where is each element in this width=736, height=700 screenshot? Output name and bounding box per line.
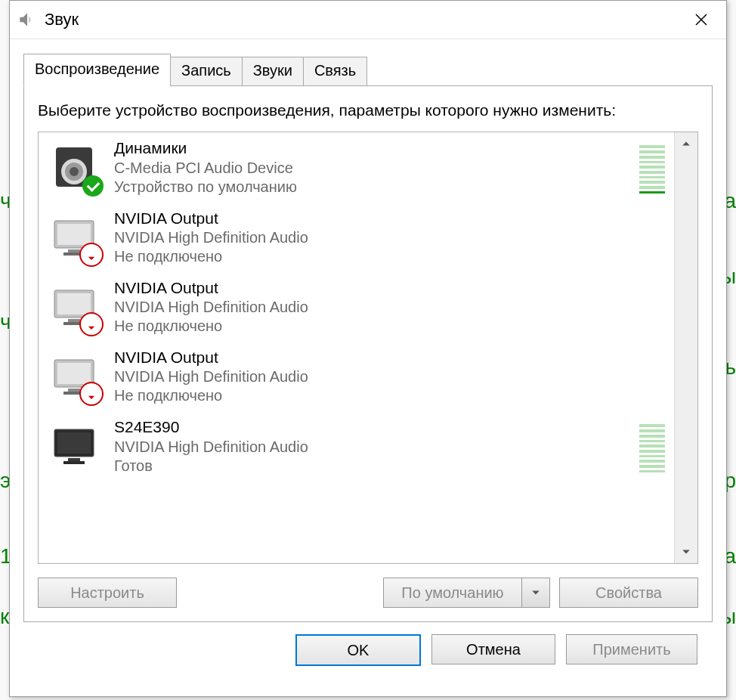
default-badge-icon <box>82 175 104 197</box>
set-default-split-button[interactable]: По умолчанию <box>383 578 550 608</box>
device-desc: NVIDIA High Definition Audio <box>114 228 308 247</box>
scroll-up-button[interactable] <box>675 132 697 155</box>
device-row[interactable]: NVIDIA OutputNVIDIA High Definition Audi… <box>39 203 674 272</box>
app-icon <box>16 9 37 30</box>
titlebar: Звук <box>10 1 726 39</box>
device-name: Динамики <box>114 138 297 158</box>
tab-communications[interactable]: Связь <box>303 57 367 86</box>
svg-rect-9 <box>68 249 80 252</box>
device-row[interactable]: ДинамикиC-Media PCI Audio DeviceУстройст… <box>39 132 674 202</box>
tab-sounds[interactable]: Звуки <box>242 57 304 86</box>
sound-dialog: Звук Воспроизведение Запись Звуки Связь … <box>9 0 727 697</box>
device-name: S24E390 <box>114 417 308 437</box>
scroll-down-button[interactable] <box>675 540 697 563</box>
device-icon <box>48 141 101 194</box>
set-default-dropdown[interactable] <box>521 578 550 608</box>
device-icon <box>48 420 101 472</box>
device-icon <box>48 350 101 403</box>
volume-meter <box>639 141 665 194</box>
device-name: NVIDIA Output <box>114 278 308 298</box>
device-desc: C-Media PCI Audio Device <box>114 159 297 178</box>
disconnected-badge-icon <box>79 243 104 267</box>
device-row[interactable]: NVIDIA OutputNVIDIA High Definition Audi… <box>39 272 674 342</box>
set-default-button[interactable]: По умолчанию <box>383 578 521 608</box>
device-text: NVIDIA OutputNVIDIA High Definition Audi… <box>114 348 308 405</box>
scrollbar[interactable] <box>674 132 697 563</box>
svg-rect-12 <box>57 293 91 314</box>
svg-rect-16 <box>57 363 91 384</box>
properties-button[interactable]: Свойства <box>559 578 698 608</box>
device-desc: NVIDIA High Definition Audio <box>114 298 308 317</box>
svg-rect-13 <box>68 319 80 322</box>
apply-button[interactable]: Применить <box>566 634 697 664</box>
tab-recording[interactable]: Запись <box>170 57 243 86</box>
device-list[interactable]: ДинамикиC-Media PCI Audio DeviceУстройст… <box>38 132 698 564</box>
tab-playback[interactable]: Воспроизведение <box>23 54 171 86</box>
device-name: NVIDIA Output <box>114 348 308 367</box>
device-desc: NVIDIA High Definition Audio <box>114 438 308 457</box>
device-icon <box>48 280 101 333</box>
cancel-button[interactable]: Отмена <box>431 634 555 664</box>
window-title: Звук <box>45 10 79 29</box>
device-status: Не подключено <box>114 386 308 405</box>
device-text: ДинамикиC-Media PCI Audio DeviceУстройст… <box>114 138 297 196</box>
device-icon <box>48 211 101 264</box>
instruction-text: Выберите устройство воспроизведения, пар… <box>38 100 698 121</box>
device-row[interactable]: NVIDIA OutputNVIDIA High Definition Audi… <box>39 342 674 411</box>
tab-panel-playback: Выберите устройство воспроизведения, пар… <box>23 85 713 622</box>
svg-rect-17 <box>68 389 80 392</box>
device-text: NVIDIA OutputNVIDIA High Definition Audi… <box>114 209 308 266</box>
tab-strip: Воспроизведение Запись Звуки Связь <box>23 53 713 85</box>
close-button[interactable] <box>682 5 720 35</box>
scroll-track[interactable] <box>675 155 697 540</box>
device-status: Не подключено <box>114 247 308 266</box>
device-text: S24E390NVIDIA High Definition AudioГотов <box>114 417 308 475</box>
ok-button[interactable]: OK <box>295 634 421 666</box>
svg-rect-22 <box>63 461 85 464</box>
svg-rect-21 <box>68 458 80 461</box>
device-text: NVIDIA OutputNVIDIA High Definition Audi… <box>114 278 308 336</box>
volume-meter <box>639 420 665 472</box>
device-status: Устройство по умолчанию <box>114 178 297 197</box>
device-name: NVIDIA Output <box>114 209 308 228</box>
svg-point-6 <box>70 167 79 176</box>
disconnected-badge-icon <box>79 312 104 336</box>
device-status: Готов <box>114 457 308 475</box>
disconnected-badge-icon <box>79 382 104 406</box>
device-row[interactable]: S24E390NVIDIA High Definition AudioГотов <box>39 411 674 481</box>
configure-button[interactable]: Настроить <box>38 578 177 608</box>
device-status: Не подключено <box>114 317 308 336</box>
svg-rect-8 <box>57 224 91 245</box>
svg-rect-20 <box>57 432 91 454</box>
device-desc: NVIDIA High Definition Audio <box>114 367 308 386</box>
